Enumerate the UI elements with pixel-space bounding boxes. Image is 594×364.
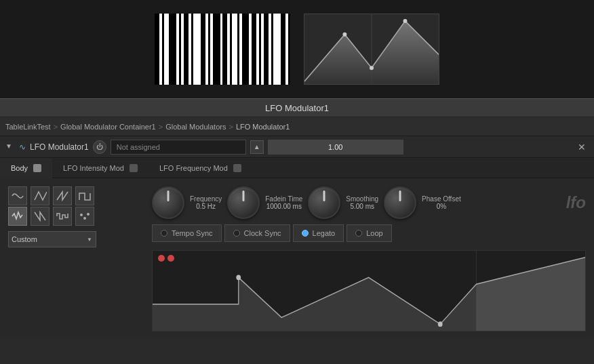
tempo-sync-label: Tempo Sync [172, 229, 213, 237]
svg-point-13 [236, 275, 241, 280]
loop-dot [355, 230, 362, 237]
value-display: 1.00 [328, 143, 342, 151]
lfo-label: lfo [566, 193, 586, 212]
sync-options-row: Tempo Sync Clock Sync Legato Loop [152, 224, 586, 242]
value-field[interactable]: 1.00 [268, 140, 403, 155]
clock-sync-button[interactable]: Clock Sync [224, 224, 290, 242]
waveform-cell-random[interactable] [53, 207, 72, 226]
svg-point-5 [403, 19, 408, 23]
waveform-preview [304, 14, 439, 85]
fadein-knob[interactable] [227, 186, 260, 219]
clock-sync-dot [233, 230, 240, 237]
waveform-select-wrapper[interactable]: Custom [8, 231, 96, 247]
tab-intensity-indicator [130, 164, 138, 172]
svg-point-4 [370, 66, 374, 70]
knobs-area: Frequency 0.5 Hz Fadein Time 1000.00 ms … [152, 186, 586, 331]
phase-value: 0% [422, 203, 461, 210]
main-content: Custom Frequency 0.5 Hz Fadein Time 1000… [0, 178, 594, 340]
waveform-grid [8, 186, 96, 226]
record-dot-2 [167, 255, 174, 262]
tab-body[interactable]: Body [0, 158, 52, 178]
tab-frequency-label: LFO Frequency Mod [159, 164, 228, 172]
legato-label: Legato [313, 229, 336, 237]
breadcrumb-sep-2: > [159, 123, 163, 131]
record-dots [158, 255, 174, 262]
breadcrumb-sep-1: > [54, 123, 58, 131]
barcode-preview [155, 14, 290, 85]
smoothing-label: Smoothing [346, 195, 378, 203]
tab-intensity-label: LFO Intensity Mod [63, 164, 124, 172]
wave-icon: ∿ [19, 142, 26, 152]
clock-sync-label: Clock Sync [244, 229, 281, 237]
waveform-cell-sh[interactable] [75, 207, 94, 226]
module-name-label: LFO Modulator1 [30, 142, 89, 152]
loop-label: Loop [366, 229, 382, 237]
frequency-value: 0.5 Hz [190, 203, 222, 210]
tab-body-indicator [33, 164, 41, 172]
breadcrumb-item-2[interactable]: Global Modulator Container1 [60, 123, 156, 131]
tab-body-label: Body [11, 164, 28, 172]
module-header: ▼ ∿ LFO Modulator1 ⏻ Not assigned ▲ 1.00… [0, 136, 594, 158]
svg-point-3 [342, 33, 346, 37]
svg-point-8 [87, 213, 90, 216]
breadcrumb-sep-3: > [229, 123, 233, 131]
assign-field[interactable]: Not assigned [111, 140, 246, 155]
frequency-label: Frequency [190, 195, 222, 203]
svg-point-6 [80, 214, 83, 216]
power-button[interactable]: ⏻ [93, 140, 106, 154]
tab-bar: Body LFO Intensity Mod LFO Frequency Mod [0, 158, 594, 178]
phase-knob-group: Phase Offset 0% [384, 186, 461, 219]
legato-dot [302, 230, 309, 237]
assign-placeholder: Not assigned [117, 143, 160, 151]
fadein-value: 1000.00 ms [265, 203, 302, 210]
fadein-knob-group: Fadein Time 1000.00 ms [227, 186, 302, 219]
waveform-cell-ramp[interactable] [31, 207, 50, 226]
breadcrumb-item-4[interactable]: LFO Modulator1 [236, 123, 290, 131]
smoothing-knob-group: Smoothing 5.00 ms [308, 186, 378, 219]
tempo-sync-dot [161, 230, 167, 237]
knobs-row: Frequency 0.5 Hz Fadein Time 1000.00 ms … [152, 186, 586, 219]
waveform-panel: Custom [8, 186, 144, 331]
loop-button[interactable]: Loop [346, 224, 391, 242]
collapse-arrow-icon[interactable]: ▼ [5, 142, 15, 152]
assign-up-button[interactable]: ▲ [250, 140, 264, 154]
tab-lfo-intensity[interactable]: LFO Intensity Mod [52, 158, 148, 178]
tempo-sync-button[interactable]: Tempo Sync [152, 224, 222, 242]
tab-lfo-frequency[interactable]: LFO Frequency Mod [148, 158, 252, 178]
breadcrumb-item-1[interactable]: TableLinkTest [5, 123, 51, 131]
legato-button[interactable]: Legato [293, 224, 344, 242]
title-bar: LFO Modulator1 [0, 98, 594, 117]
smoothing-knob[interactable] [308, 186, 340, 219]
fadein-label: Fadein Time [265, 195, 302, 203]
phase-label: Phase Offset [422, 195, 461, 203]
tab-frequency-indicator [233, 164, 241, 172]
close-button[interactable]: ✕ [575, 140, 589, 154]
frequency-knob-group: Frequency 0.5 Hz [152, 186, 222, 219]
record-dot-1 [158, 255, 165, 262]
top-preview-area [0, 0, 594, 98]
waveform-cell-custom[interactable] [8, 207, 27, 226]
breadcrumb-item-3[interactable]: Global Modulators [165, 123, 226, 131]
phase-knob[interactable] [384, 186, 416, 219]
wave-display[interactable] [152, 250, 586, 331]
waveform-cell-triangle[interactable] [31, 186, 50, 205]
waveform-select[interactable]: Custom [8, 231, 96, 247]
waveform-cell-square[interactable] [75, 186, 94, 205]
title-text: LFO Modulator1 [265, 103, 329, 113]
smoothing-value: 5.00 ms [346, 203, 378, 210]
svg-point-14 [438, 321, 443, 327]
frequency-knob[interactable] [152, 186, 184, 219]
waveform-cell-sine[interactable] [8, 186, 27, 205]
waveform-cell-sawtooth[interactable] [53, 186, 72, 205]
svg-point-7 [83, 217, 86, 220]
breadcrumb: TableLinkTest > Global Modulator Contain… [0, 117, 594, 136]
